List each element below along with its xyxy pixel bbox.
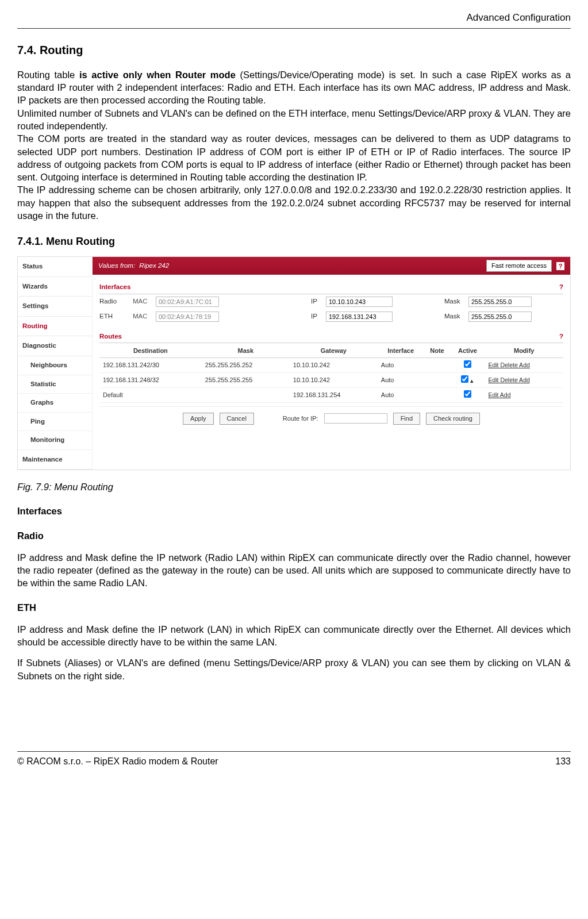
- route-note: [424, 387, 450, 402]
- subsection-title: 7.4.1. Menu Routing: [17, 234, 571, 248]
- p1b: is active only when Router mode: [79, 70, 236, 80]
- sidebar-subitem-monitoring[interactable]: Monitoring: [18, 431, 92, 450]
- interfaces-title: Interfaces: [99, 283, 130, 292]
- route-gw: 10.10.10.242: [290, 358, 378, 373]
- p3: The COM ports are treated in the standar…: [17, 132, 571, 183]
- route-modify[interactable]: Edit Delete Add: [485, 358, 563, 373]
- sidebar-item-wizards[interactable]: Wizards: [18, 277, 92, 297]
- routes-panel: Routes ? DestinationMaskGatewayInterface…: [99, 330, 563, 403]
- route-active[interactable]: [451, 387, 485, 402]
- if-name: Radio: [99, 297, 127, 306]
- route-gw: 192.168.131.254: [290, 387, 378, 402]
- heading-interfaces: Interfaces: [17, 505, 571, 517]
- p4: The IP addressing scheme can be chosen a…: [17, 183, 571, 222]
- sidebar-item-settings[interactable]: Settings: [18, 297, 92, 317]
- routes-header: Active: [451, 344, 485, 357]
- mac-label: MAC: [133, 297, 150, 306]
- route-iface: Auto: [378, 358, 424, 373]
- topbar-device: Ripex 242: [139, 262, 169, 269]
- footer-left: © RACOM s.r.o. – RipEX Radio modem & Rou…: [17, 755, 218, 768]
- interfaces-help-icon[interactable]: ?: [559, 283, 563, 292]
- route-dest: Default: [99, 387, 202, 402]
- mask-label: Mask: [444, 297, 463, 306]
- table-row: 192.168.131.248/32255.255.255.25510.10.1…: [99, 372, 563, 387]
- ip-label: IP: [311, 312, 320, 321]
- route-dest: 192.168.131.248/32: [99, 372, 202, 387]
- help-icon[interactable]: ?: [556, 262, 564, 270]
- find-button[interactable]: Find: [393, 413, 420, 425]
- routes-table: DestinationMaskGatewayInterfaceNoteActiv…: [99, 344, 563, 402]
- table-row: Default192.168.131.254Auto Edit Add: [99, 387, 563, 402]
- fast-remote-button[interactable]: Fast remote access: [486, 260, 552, 272]
- route-mask: [202, 387, 290, 402]
- cancel-button[interactable]: Cancel: [220, 413, 254, 425]
- ss-topbar: Values from: Ripex 242 Fast remote acces…: [93, 257, 570, 275]
- routes-header: Destination: [99, 344, 202, 357]
- route-for-ip-input[interactable]: [324, 413, 387, 424]
- p-eth1: IP address and Mask define the IP networ…: [17, 623, 571, 649]
- sidebar-subitem-graphs[interactable]: Graphs: [18, 394, 92, 413]
- route-mask: 255.255.255.252: [202, 358, 290, 373]
- p2: Unlimited number of Subnets and VLAN's c…: [17, 107, 571, 133]
- if-name: ETH: [99, 312, 127, 321]
- footer-page-number: 133: [555, 755, 571, 768]
- route-mask: 255.255.255.255: [202, 372, 290, 387]
- apply-button[interactable]: Apply: [183, 413, 214, 425]
- route-dest: 192.168.131.242/30: [99, 358, 202, 373]
- routes-header: Note: [424, 344, 450, 357]
- page-header-right: Advanced Configuration: [17, 11, 571, 29]
- sidebar-subitem-ping[interactable]: Ping: [18, 413, 92, 432]
- mac-input[interactable]: [156, 297, 219, 307]
- interfaces-panel: Interfaces ? RadioMACIPMaskETHMACIPMask: [99, 280, 563, 324]
- p-radio: IP address and Mask define the IP networ…: [17, 551, 571, 590]
- interface-row: RadioMACIPMask: [99, 294, 563, 309]
- route-note: [424, 372, 450, 387]
- p1a: Routing table: [17, 70, 79, 80]
- routes-header: Mask: [202, 344, 290, 357]
- mac-label: MAC: [133, 312, 150, 321]
- route-active[interactable]: [451, 358, 485, 373]
- mask-input[interactable]: [468, 297, 532, 307]
- p-eth2: If Subnets (Aliases) or VLAN's are defin…: [17, 656, 571, 682]
- section-title: 7.4. Routing: [17, 43, 571, 58]
- heading-eth: ETH: [17, 601, 571, 614]
- table-row: 192.168.131.242/30255.255.255.25210.10.1…: [99, 358, 563, 373]
- route-modify[interactable]: Edit Add: [485, 387, 563, 402]
- figure-caption: Fig. 7.9: Menu Routing: [17, 480, 571, 493]
- route-for-label: Route for IP:: [283, 414, 318, 423]
- sidebar-subitem-statistic[interactable]: Statistic: [18, 375, 92, 394]
- route-iface: Auto: [378, 372, 424, 387]
- route-active[interactable]: ▴: [451, 372, 485, 387]
- page-footer: © RACOM s.r.o. – RipEX Radio modem & Rou…: [17, 751, 571, 768]
- sidebar-item-diagnostic[interactable]: Diagnostic: [18, 336, 92, 356]
- mask-input[interactable]: [468, 312, 532, 322]
- route-gw: 10.10.10.242: [290, 372, 378, 387]
- topbar-label: Values from:: [98, 262, 135, 269]
- ss-main: Values from: Ripex 242 Fast remote acces…: [93, 257, 570, 470]
- sidebar-item-routing[interactable]: Routing: [18, 317, 92, 337]
- route-modify[interactable]: Edit Delete Add: [485, 372, 563, 387]
- ip-input[interactable]: [326, 312, 393, 322]
- routes-header: Interface: [378, 344, 424, 357]
- routes-header: Gateway: [290, 344, 378, 357]
- ss-sidebar: StatusWizardsSettingsRoutingDiagnosticNe…: [18, 257, 93, 470]
- route-iface: Auto: [378, 387, 424, 402]
- sidebar-subitem-neighbours[interactable]: Neighbours: [18, 356, 92, 375]
- mac-input[interactable]: [156, 312, 219, 322]
- ip-input[interactable]: [326, 297, 393, 307]
- routes-title: Routes: [99, 332, 122, 341]
- routes-header: Modify: [485, 344, 563, 357]
- mask-label: Mask: [444, 312, 463, 321]
- bottom-row: Apply Cancel Route for IP: Find Check ro…: [99, 406, 563, 427]
- body-text: Routing table is active only when Router…: [17, 68, 571, 222]
- sidebar-item-status[interactable]: Status: [18, 257, 92, 277]
- interface-row: ETHMACIPMask: [99, 309, 563, 324]
- route-note: [424, 358, 450, 373]
- heading-radio: Radio: [17, 529, 571, 542]
- ip-label: IP: [311, 297, 320, 306]
- sidebar-item-maintenance[interactable]: Maintenance: [18, 450, 92, 470]
- check-routing-button[interactable]: Check routing: [426, 413, 480, 425]
- routes-help-icon[interactable]: ?: [559, 332, 563, 341]
- routing-screenshot: StatusWizardsSettingsRoutingDiagnosticNe…: [17, 256, 571, 470]
